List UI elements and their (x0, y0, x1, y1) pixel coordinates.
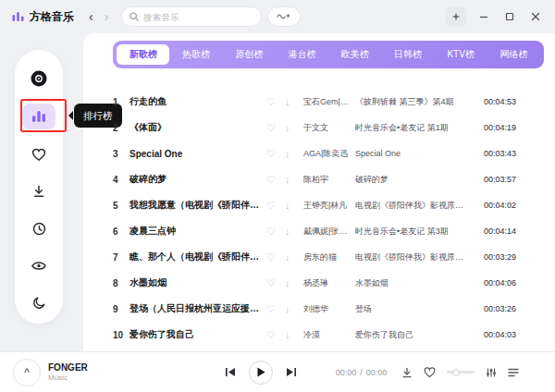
tab-new-songs[interactable]: 新歌榜 (117, 44, 169, 65)
search-box[interactable] (121, 6, 262, 27)
song-album[interactable]: 爱你伤了我自己 (355, 329, 472, 341)
song-album[interactable]: 水墨如烟 (355, 277, 472, 289)
maximize-icon (505, 12, 514, 21)
download-icon[interactable]: ↓ (285, 175, 303, 185)
song-duration: 00:03:43 (472, 149, 516, 158)
song-artist[interactable]: 戴佩妮|张智成 (303, 226, 355, 238)
volume-slider[interactable] (447, 371, 475, 374)
like-icon[interactable]: ♡ (266, 123, 285, 133)
volume-knob[interactable] (452, 369, 460, 376)
song-row[interactable]: 4 破碎的梦 ♡ ↓ 陈柏宇 破碎的梦 00:03:57 (113, 166, 544, 192)
song-row[interactable]: 1 行走的鱼 ♡ ↓ 宝石Gem|李... 《披荆斩棘 第三季》第4期 00:0… (113, 89, 544, 115)
tab-jp-kr[interactable]: 日韩榜 (381, 44, 434, 65)
download-icon[interactable]: ↓ (285, 278, 303, 288)
like-icon[interactable]: ♡ (266, 175, 285, 185)
sound-wave-icon (277, 12, 291, 21)
tab-western[interactable]: 欧美榜 (328, 44, 381, 65)
song-artist[interactable]: 于文文 (303, 122, 355, 134)
song-artist[interactable]: 刘德华 (303, 303, 355, 315)
song-album[interactable]: 破碎的梦 (355, 174, 472, 186)
song-row[interactable]: 7 瞧、那个人（电视剧《骄阳伴我》插曲） ♡ ↓ 房东的猫 电视剧《骄阳伴我》影… (113, 244, 544, 270)
tab-hot-songs[interactable]: 热歌榜 (169, 44, 222, 65)
time-separator: / (360, 368, 363, 377)
song-title: 登场（人民日报杭州亚运应援曲） (130, 302, 266, 315)
song-row[interactable]: 3 Special One ♡ ↓ AGA|陈奕迅 Special One 00… (113, 141, 544, 166)
song-row[interactable]: 2 《体面》 ♡ ↓ 于文文 时光音乐会•老友记 第1期 00:04:19 (113, 115, 544, 141)
download-icon[interactable]: ↓ (285, 97, 303, 107)
search-input[interactable] (143, 12, 245, 22)
app-window: 方格音乐 ‹ › (0, 0, 555, 392)
song-artist[interactable]: 宝石Gem|李... (303, 96, 355, 108)
previous-button[interactable] (225, 367, 236, 377)
sidebar-item-recent[interactable] (27, 216, 51, 240)
next-button[interactable] (286, 367, 297, 377)
skin-button[interactable] (446, 6, 466, 27)
song-album[interactable]: 登场 (355, 303, 472, 315)
song-artist[interactable]: 王铮亮|林凡 (303, 200, 355, 212)
song-artist[interactable]: 杨丞琳 (303, 277, 355, 289)
download-song-button[interactable] (401, 367, 413, 378)
song-artist[interactable]: 陈柏宇 (303, 174, 355, 186)
song-list: 1 行走的鱼 ♡ ↓ 宝石Gem|李... 《披荆斩棘 第三季》第4期 00:0… (113, 89, 544, 348)
brand-sub: Music (48, 374, 88, 383)
like-icon[interactable]: ♡ (266, 149, 285, 159)
download-icon[interactable]: ↓ (285, 252, 303, 263)
chart-tabs: 新歌榜 热歌榜 原创榜 港台榜 欧美榜 日韩榜 KTV榜 网络榜 (113, 41, 544, 68)
minimize-button[interactable] (475, 8, 492, 25)
song-album[interactable]: 时光音乐会•老友记 第1期 (355, 122, 472, 134)
tab-ktv[interactable]: KTV榜 (435, 44, 487, 65)
song-index: 1 (113, 97, 130, 107)
eye-icon (31, 261, 46, 271)
time-display: 00:00 / 00:00 (336, 368, 388, 377)
song-row[interactable]: 6 凌晨三点钟 ♡ ↓ 戴佩妮|张智成 时光音乐会•老友记 第3期 00:04:… (113, 218, 544, 244)
download-icon[interactable]: ↓ (285, 149, 303, 159)
download-icon[interactable]: ↓ (285, 201, 303, 211)
sidebar-item-theme[interactable] (27, 290, 51, 314)
download-icon[interactable]: ↓ (285, 123, 303, 133)
sidebar-item-music[interactable] (27, 67, 51, 91)
like-icon[interactable]: ♡ (266, 278, 285, 288)
favorite-button[interactable] (424, 367, 436, 378)
like-icon[interactable]: ♡ (266, 97, 285, 107)
moon-icon (32, 296, 46, 310)
maximize-button[interactable] (501, 8, 518, 25)
tab-hk-tw[interactable]: 港台榜 (276, 44, 328, 65)
avatar[interactable]: ^ (13, 359, 41, 386)
sidebar-item-favorites[interactable] (27, 142, 51, 166)
close-button[interactable] (527, 8, 544, 25)
song-album[interactable]: 电视剧《骄阳伴我》影视原声大碟 (355, 251, 472, 263)
song-row[interactable]: 10 爱你伤了我自己 ♡ ↓ 冷漠 爱你伤了我自己 00:04:03 (113, 322, 544, 348)
download-icon[interactable]: ↓ (285, 304, 303, 314)
song-artist[interactable]: 冷漠 (303, 329, 355, 341)
song-row[interactable]: 5 我想我愿意（电视剧《骄阳伴我》插曲） ♡ ↓ 王铮亮|林凡 电视剧《骄阳伴我… (113, 192, 544, 218)
playlist-button[interactable] (508, 368, 519, 377)
like-icon[interactable]: ♡ (266, 304, 285, 314)
song-artist[interactable]: 房东的猫 (303, 251, 355, 263)
song-album[interactable]: 电视剧《骄阳伴我》影视原声大碟 (355, 200, 472, 212)
like-icon[interactable]: ♡ (266, 252, 285, 263)
back-button[interactable]: ‹ (89, 10, 93, 23)
download-icon[interactable]: ↓ (285, 227, 303, 237)
song-index: 3 (113, 149, 130, 159)
play-button[interactable] (249, 361, 273, 385)
sidebar-item-mv[interactable] (27, 253, 51, 277)
download-icon[interactable]: ↓ (285, 330, 303, 340)
like-icon[interactable]: ♡ (266, 201, 285, 211)
like-icon[interactable]: ♡ (266, 330, 285, 340)
like-icon[interactable]: ♡ (266, 227, 285, 237)
sound-effect-button[interactable] (486, 367, 497, 378)
tab-network[interactable]: 网络榜 (487, 44, 540, 65)
tab-original[interactable]: 原创榜 (223, 44, 276, 65)
download-icon (32, 185, 45, 198)
song-row[interactable]: 9 登场（人民日报杭州亚运应援曲） ♡ ↓ 刘德华 登场 00:03:26 (113, 296, 544, 322)
song-title: 凌晨三点钟 (130, 225, 266, 238)
song-album[interactable]: 时光音乐会•老友记 第3期 (355, 226, 472, 238)
song-album[interactable]: 《披荆斩棘 第三季》第4期 (355, 96, 472, 108)
forward-button[interactable]: › (105, 10, 109, 23)
song-album[interactable]: Special One (355, 149, 472, 158)
song-row[interactable]: 8 水墨如烟 ♡ ↓ 杨丞琳 水墨如烟 00:04:06 (113, 270, 544, 296)
sidebar-item-downloads[interactable] (27, 179, 51, 203)
music-recognition-button[interactable] (267, 6, 301, 27)
song-artist[interactable]: AGA|陈奕迅 (303, 148, 355, 160)
sidebar-item-ranking[interactable] (22, 104, 56, 129)
